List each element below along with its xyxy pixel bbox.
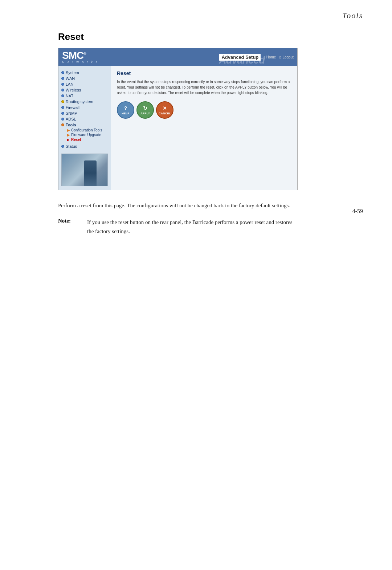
- sidebar-sub-tools: ▶ Configuration Tools ▶ Firmware Upgrade…: [67, 128, 108, 142]
- arrow-reset: ▶: [67, 138, 70, 142]
- action-buttons: ? HELP ↻ APPLY ✕ CANCEL: [117, 101, 291, 119]
- home-link[interactable]: ⌂ Home: [264, 55, 276, 59]
- smc-logo: SMC® N e t w o r k s: [62, 50, 98, 64]
- sidebar-sub-reset[interactable]: ▶ Reset: [67, 137, 108, 142]
- sidebar-item-routing[interactable]: Routing system: [61, 99, 108, 105]
- dot-nat: [61, 94, 64, 97]
- dot-snmp: [61, 112, 64, 115]
- page-number: 4-59: [352, 208, 363, 215]
- arrow-firmware: ▶: [67, 133, 70, 137]
- dot-wan: [61, 77, 64, 80]
- arrow-config: ▶: [67, 129, 70, 132]
- content-title: Reset: [117, 70, 291, 76]
- help-icon: ?: [124, 105, 127, 111]
- help-button[interactable]: ? HELP: [117, 101, 134, 119]
- sidebar-item-lan[interactable]: LAN: [61, 81, 108, 87]
- sidebar-person-figure: [84, 160, 97, 186]
- sidebar-decorative-image: [61, 154, 108, 186]
- logout-link[interactable]: ⊙ Logout: [279, 55, 294, 59]
- content-description: In the event that the system stops respo…: [117, 79, 291, 95]
- section-title: Reset: [58, 31, 392, 42]
- dot-tools: [61, 123, 64, 126]
- dot-adsl: [61, 118, 64, 121]
- apply-icon: ↻: [143, 105, 147, 111]
- dot-lan: [61, 83, 64, 86]
- apply-button[interactable]: ↻ APPLY: [136, 101, 154, 119]
- sidebar-item-firewall[interactable]: Firewall: [61, 105, 108, 110]
- sidebar-item-status[interactable]: Status: [61, 143, 108, 149]
- sidebar-item-nat[interactable]: NAT: [61, 93, 108, 99]
- sidebar-item-wan[interactable]: WAN: [61, 76, 108, 81]
- router-body: System WAN LAN Wireless NAT Routing syst…: [58, 66, 297, 190]
- dot-system: [61, 71, 64, 74]
- logout-icon: ⊙: [279, 56, 282, 59]
- router-sidebar: System WAN LAN Wireless NAT Routing syst…: [58, 66, 111, 190]
- note-section: Note: If you use the reset button on the…: [58, 218, 298, 236]
- note-label: Note:: [58, 218, 83, 236]
- dot-wireless: [61, 89, 64, 91]
- sidebar-item-adsl[interactable]: ADSL: [61, 116, 108, 122]
- smc-brand: SMC®: [62, 50, 98, 61]
- cancel-button[interactable]: ✕ CANCEL: [156, 101, 173, 119]
- page-header-tools: Tools: [0, 0, 392, 24]
- sidebar-item-wireless[interactable]: Wireless: [61, 87, 108, 93]
- nav-links: ⌂ Home ⊙ Logout: [264, 55, 294, 59]
- body-text-section: Perform a reset from this page. The conf…: [58, 201, 298, 236]
- note-text: If you use the reset button on the rear …: [87, 218, 298, 236]
- dot-routing: [61, 100, 64, 103]
- body-paragraph: Perform a reset from this page. The conf…: [58, 201, 298, 211]
- sidebar-item-snmp[interactable]: SNMP: [61, 110, 108, 116]
- sidebar-item-system[interactable]: System: [61, 70, 108, 76]
- sidebar-sub-config[interactable]: ▶ Configuration Tools: [67, 128, 108, 133]
- sidebar-item-tools[interactable]: Tools: [61, 122, 108, 128]
- cancel-icon: ✕: [163, 105, 167, 111]
- smc-networks: N e t w o r k s: [62, 61, 98, 64]
- router-main-content: Reset In the event that the system stops…: [111, 66, 297, 190]
- dot-firewall: [61, 106, 64, 109]
- sidebar-sub-firmware[interactable]: ▶ Firmware Upgrade: [67, 133, 108, 137]
- router-header: SMC® N e t w o r k s Advanced Setup Adva…: [58, 48, 297, 66]
- dot-status: [61, 145, 64, 148]
- header-title: Advanced Setup: [219, 54, 261, 61]
- router-ui-frame: SMC® N e t w o r k s Advanced Setup Adva…: [58, 48, 298, 190]
